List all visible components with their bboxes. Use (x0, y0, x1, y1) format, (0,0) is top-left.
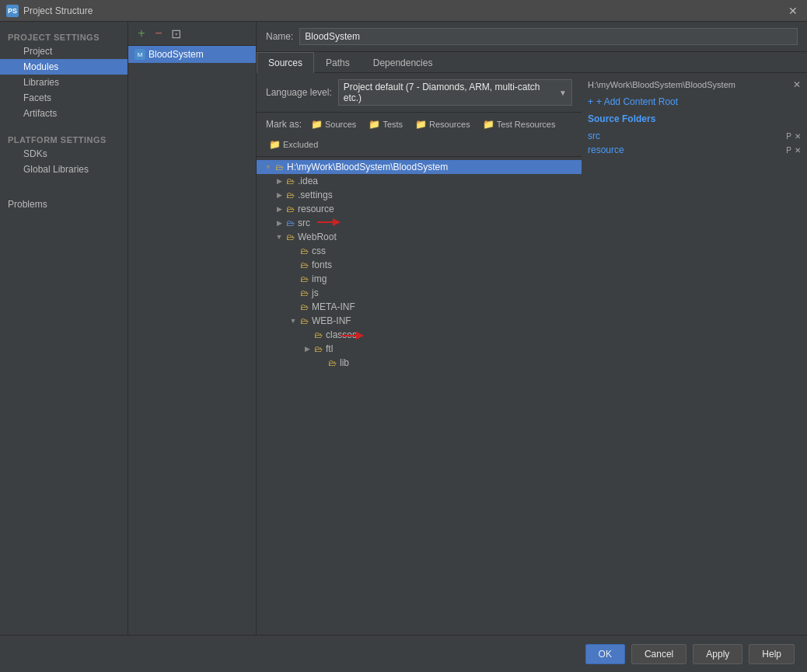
sidebar-item-libraries[interactable]: Libraries (0, 75, 128, 90)
cancel-button[interactable]: Cancel (631, 644, 686, 664)
tabs-row: Sources Paths Dependencies (257, 52, 807, 73)
name-label: Name: (266, 31, 293, 42)
module-panel: + − ⊡ M BloodSystem (128, 22, 257, 635)
tree-row[interactable]: ▶ 🗁 lib (257, 356, 582, 370)
module-icon: M (134, 49, 145, 60)
sidebar-item-modules[interactable]: Modules (0, 59, 128, 75)
sidebar-item-artifacts[interactable]: Artifacts (0, 106, 128, 121)
bottom-bar: OK Cancel Apply Help (0, 635, 807, 672)
tree-scroll[interactable]: ▼ 🗁 H:\myWork\BloodSystem\BloodSystem ▶ … (257, 157, 582, 635)
name-row: Name: (257, 22, 807, 52)
mark-resources-button[interactable]: 📁 Resources (412, 117, 473, 131)
platform-settings-label: Platform Settings (0, 131, 128, 146)
tree-item-label: fonts (312, 259, 332, 270)
source-folder-edit-button[interactable]: P (786, 132, 791, 141)
close-button[interactable]: ✕ (785, 3, 801, 19)
tab-dependencies[interactable]: Dependencies (362, 52, 445, 73)
language-level-dropdown-icon[interactable]: ▼ (559, 89, 567, 97)
tree-row[interactable]: ▶ 🗁 .idea (257, 174, 582, 188)
mark-test-resources-button[interactable]: 📁 Test Resources (480, 117, 559, 131)
sidebar-item-global-libraries[interactable]: Global Libraries (0, 162, 128, 177)
source-folder-actions: P ✕ (786, 146, 801, 155)
tree-folder-icon: 🗁 (299, 288, 309, 298)
tree-expand-icon[interactable]: ▶ (302, 345, 313, 353)
tree-expand-icon[interactable]: ▼ (288, 317, 299, 325)
tree-row[interactable]: ▶ 🗁 .settings (257, 188, 582, 202)
tree-item-label: lib (340, 357, 349, 368)
name-input[interactable] (299, 28, 798, 45)
tree-expand-icon[interactable]: ▶ (274, 219, 285, 227)
tree-row[interactable]: ▶ 🗁 js (257, 286, 582, 300)
tree-folder-icon: 🗁 (274, 162, 285, 172)
excluded-folder-icon: 📁 (269, 139, 281, 150)
tree-folder-icon: 🗁 (299, 302, 309, 312)
svg-marker-1 (333, 218, 341, 226)
source-panel-close-button[interactable]: ✕ (793, 79, 801, 90)
tree-row[interactable]: ▶ 🗁 fonts (257, 258, 582, 272)
mark-sources-button[interactable]: 📁 Sources (308, 117, 359, 131)
apply-button[interactable]: Apply (693, 644, 742, 664)
source-panel-path: H:\myWork\BloodSystem\BloodSystem ✕ (588, 79, 801, 90)
tree-row[interactable]: ▶ 🗁 ftl (257, 342, 582, 356)
tests-folder-icon: 📁 (369, 119, 380, 130)
tree-item-label: resource (298, 204, 334, 214)
sidebar-item-sdks[interactable]: SDKs (0, 146, 128, 162)
tree-row[interactable]: ▼ 🗁 H:\myWork\BloodSystem\BloodSystem (257, 160, 582, 174)
sidebar-item-project[interactable]: Project (0, 44, 128, 59)
tree-folder-icon: 🗁 (313, 344, 323, 353)
add-content-root-button[interactable]: + + Add Content Root (588, 96, 801, 107)
source-folder-name: resource (588, 144, 786, 155)
mark-tests-button[interactable]: 📁 Tests (365, 117, 406, 131)
tree-expand-icon[interactable]: ▶ (274, 191, 285, 199)
language-level-select[interactable]: Project default (7 - Diamonds, ARM, mult… (338, 79, 572, 106)
tree-item-label: css (312, 245, 326, 256)
ok-button[interactable]: OK (585, 644, 625, 664)
tree-row[interactable]: ▶ 🗁 css (257, 244, 582, 258)
tree-expand-icon[interactable]: ▶ (274, 177, 285, 185)
tree-panel-wrapper: Language level: Project default (7 - Dia… (257, 73, 582, 635)
add-content-root-icon: + (588, 96, 593, 107)
tree-folder-icon: 🗁 (299, 274, 309, 284)
tree-row[interactable]: ▼ 🗁 WebRoot (257, 230, 582, 244)
tree-row[interactable]: ▶ 🗁 META-INF (257, 300, 582, 314)
tree-expand-icon[interactable]: ▶ (274, 205, 285, 213)
tree-item-label: H:\myWork\BloodSystem\BloodSystem (287, 162, 448, 172)
tree-expand-icon[interactable]: ▼ (274, 233, 285, 241)
tree-row[interactable]: ▶ 🗁 src (257, 216, 582, 230)
tree-row[interactable]: ▶ 🗁 resource (257, 202, 582, 216)
tree-folder-icon: 🗁 (327, 358, 337, 367)
tree-content: ▼ 🗁 H:\myWork\BloodSystem\BloodSystem ▶ … (257, 157, 582, 373)
add-module-button[interactable]: + (134, 26, 148, 40)
module-item-bloodsystem[interactable]: M BloodSystem (128, 46, 256, 63)
tree-row[interactable]: ▶ 🗁 classes (257, 328, 582, 342)
language-level-row: Language level: Project default (7 - Dia… (257, 73, 582, 113)
source-folder-edit-button[interactable]: P (786, 146, 791, 155)
tree-row[interactable]: ▶ 🗁 img (257, 272, 582, 286)
source-folder-remove-button[interactable]: ✕ (795, 146, 801, 155)
tree-folder-icon: 🗁 (285, 232, 295, 242)
source-folder-remove-button[interactable]: ✕ (795, 132, 801, 141)
tree-expand-icon[interactable]: ▼ (263, 163, 274, 171)
sidebar-item-problems[interactable]: Problems (0, 196, 128, 213)
content-panel: Name: Sources Paths Dependencies Languag… (257, 22, 807, 635)
tree-row[interactable]: ▼ 🗁 WEB-INF (257, 314, 582, 328)
resources-folder-icon: 📁 (415, 119, 427, 130)
remove-module-button[interactable]: − (152, 26, 166, 40)
tab-paths[interactable]: Paths (314, 52, 362, 73)
sidebar: Project Settings Project Modules Librari… (0, 22, 128, 635)
tree-folder-icon: 🗁 (285, 204, 295, 214)
copy-module-button[interactable]: ⊡ (169, 26, 183, 40)
tree-folder-icon: 🗁 (299, 246, 309, 256)
tab-sources[interactable]: Sources (257, 52, 314, 73)
source-folder-item: resource P ✕ (588, 143, 801, 157)
sidebar-item-facets[interactable]: Facets (0, 90, 128, 106)
tree-folder-icon: 🗁 (285, 176, 295, 186)
source-panel: H:\myWork\BloodSystem\BloodSystem ✕ + + … (582, 73, 807, 635)
help-button[interactable]: Help (749, 644, 795, 664)
mark-excluded-button[interactable]: 📁 Excluded (266, 138, 321, 151)
tree-item-label: ftl (326, 343, 333, 354)
source-folder-item: src P ✕ (588, 129, 801, 143)
source-folder-actions: P ✕ (786, 132, 801, 141)
tree-item-label: .settings (298, 190, 333, 200)
window-title: Project Structure (23, 5, 785, 16)
